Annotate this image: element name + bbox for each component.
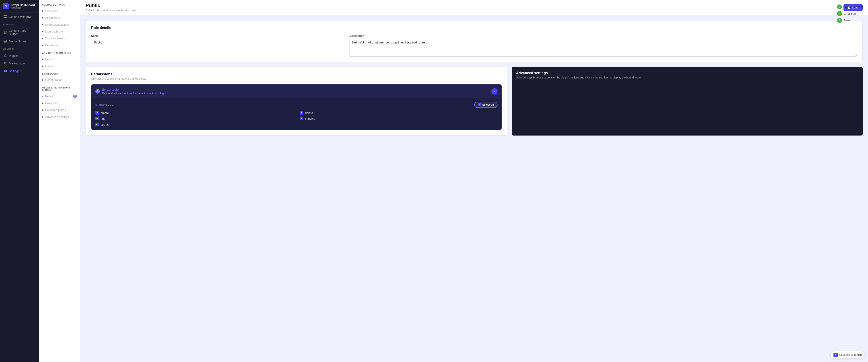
plugin-desc: Define all allowed actions for the api::…	[102, 92, 167, 95]
users-permissions-label: USERS & PERMISSIONS PLUGIN	[39, 83, 80, 93]
settings-advanced[interactable]: Advanced settings	[39, 114, 80, 120]
description-label: Description	[349, 34, 857, 37]
settings-overview[interactable]: Overview	[39, 7, 80, 14]
settings-providers[interactable]: Providers	[39, 100, 80, 107]
create-checkbox[interactable]	[95, 111, 99, 115]
content-manager-label: Content Manager	[9, 15, 31, 18]
settings-api-tokens[interactable]: API Tokens	[39, 14, 80, 21]
svg-rect-0	[4, 15, 5, 16]
settings-email-templates[interactable]: Email templates	[39, 107, 80, 114]
svg-rect-3	[5, 17, 7, 18]
check-icon	[300, 112, 303, 114]
description-input[interactable]: Default role given to unauthenticated us…	[349, 39, 857, 57]
plugins-section-label: PLUGINS	[0, 20, 39, 27]
sidebar-logo: S	[3, 3, 9, 9]
page-title: Public	[86, 3, 136, 8]
settings-i18n[interactable]: Internationalization	[39, 21, 80, 28]
marketplace-label: Marketplace	[9, 62, 25, 65]
plugin-section: 3 Strapitodo Define all allowed actions …	[91, 84, 502, 130]
settings-webhooks[interactable]: Webhooks	[39, 42, 80, 49]
check-icon	[96, 112, 98, 114]
role-details-form: Name Description Default role given to u…	[91, 34, 857, 57]
name-label: Name	[91, 34, 345, 37]
delete-label: delete	[305, 111, 313, 115]
sidebar-item-content-manager[interactable]: Content Manager	[0, 13, 39, 20]
advanced-settings-card: Advanced settings Select the application…	[512, 67, 863, 135]
permission-findone: findOne	[300, 117, 497, 120]
permission-update: update	[95, 123, 293, 126]
update-label: update	[101, 123, 110, 126]
svg-rect-4	[4, 40, 6, 42]
global-settings-label: GLOBAL SETTINGS	[39, 0, 80, 7]
find-label: find	[101, 117, 105, 120]
puzzle-icon	[3, 54, 7, 58]
check-icon	[300, 118, 303, 120]
update-checkbox[interactable]	[95, 123, 99, 126]
chevron-up-icon	[493, 90, 496, 93]
svg-point-5	[4, 40, 5, 41]
find-checkbox[interactable]	[95, 117, 99, 120]
plugin-name: Strapitodo	[102, 88, 167, 91]
permissions-grid: create delete	[95, 111, 497, 126]
advanced-settings-title: Advanced settings	[516, 71, 858, 75]
annotation-label-5: Save	[844, 19, 850, 22]
layers-icon	[3, 30, 7, 34]
findone-checkbox[interactable]	[300, 117, 303, 120]
settings-email-config[interactable]: Configuration	[39, 77, 80, 83]
permission-find: find	[95, 117, 293, 120]
settings-transfer-tokens[interactable]: Transfer Tokens	[39, 35, 80, 42]
annotation-open-database: 2 Open database	[837, 4, 864, 9]
select-all-button[interactable]: Select all	[474, 102, 497, 108]
role-details-title: Role details	[91, 26, 857, 30]
settings-users[interactable]: Users	[39, 63, 80, 69]
findone-label: findOne	[305, 117, 315, 120]
permissions-row: Permissions Only actions bound by a rout…	[86, 67, 863, 135]
general-section-label: GENERAL	[0, 45, 39, 52]
permission-create: create	[95, 111, 293, 115]
xnip-icon: X	[834, 353, 838, 357]
roles-badge: 2	[73, 95, 77, 98]
permissions-title: Permissions	[91, 72, 502, 76]
sidebar-header: S Strapi Dashboard Workplace	[0, 0, 39, 13]
sidebar-brand-sub: Workplace	[11, 7, 35, 9]
gear-icon	[3, 69, 7, 73]
main-content: Public Default role given to unauthentic…	[80, 0, 868, 362]
description-field-group: Description Default role given to unauth…	[349, 34, 857, 57]
select-all-checkbox[interactable]	[478, 103, 481, 106]
svg-rect-2	[4, 17, 5, 18]
sidebar-item-content-type-builder[interactable]: Content-Type Builder	[0, 27, 39, 37]
sidebar-item-settings[interactable]: Settings 1	[0, 67, 39, 75]
name-input[interactable]	[91, 39, 345, 46]
settings-label: Settings	[9, 69, 20, 73]
annotation-panel: 2 Open database 4 Check all 5 Save	[837, 4, 864, 23]
settings-roles[interactable]: Roles	[39, 56, 80, 63]
annotation-label-2: Open database	[844, 5, 864, 9]
page-subtitle: Default role given to unauthenticated us…	[86, 9, 136, 12]
check-icon	[96, 118, 98, 120]
annotation-num-4: 4	[837, 11, 842, 16]
settings-media-library[interactable]: Media Library	[39, 28, 80, 35]
sidebar-item-marketplace[interactable]: Marketplace	[0, 60, 39, 67]
advanced-settings-subtitle: Select the application's actions or the …	[516, 76, 858, 79]
create-label: create	[101, 111, 109, 115]
plugin-expand-button[interactable]	[491, 88, 497, 94]
annotation-num-5: 5	[837, 18, 842, 23]
settings-up-roles[interactable]: Roles2	[39, 93, 80, 100]
checkmark-icon	[478, 104, 480, 106]
xnip-label: Captured with Xnip	[839, 353, 862, 356]
plugin-number: 3	[95, 89, 100, 94]
svg-rect-1	[5, 15, 7, 16]
xnip-badge: X Captured with Xnip	[831, 351, 864, 358]
sidebar-item-media-library[interactable]: Media Library	[0, 37, 39, 45]
sidebar-item-plugins[interactable]: Plugins	[0, 52, 39, 60]
annotation-check-all: 4 Check all	[837, 11, 864, 16]
image-icon	[3, 39, 7, 43]
content-type-builder-label: Content-Type Builder	[9, 29, 36, 36]
annotation-label-4: Check all	[844, 12, 856, 16]
settings-sidebar: GLOBAL SETTINGS Overview API Tokens Inte…	[39, 0, 80, 362]
check-icon	[96, 123, 98, 125]
plugin-header: 3 Strapitodo Define all allowed actions …	[91, 85, 501, 98]
name-field-group: Name	[91, 34, 345, 57]
delete-checkbox[interactable]	[300, 111, 303, 115]
permissions-card: Permissions Only actions bound by a rout…	[86, 67, 507, 135]
